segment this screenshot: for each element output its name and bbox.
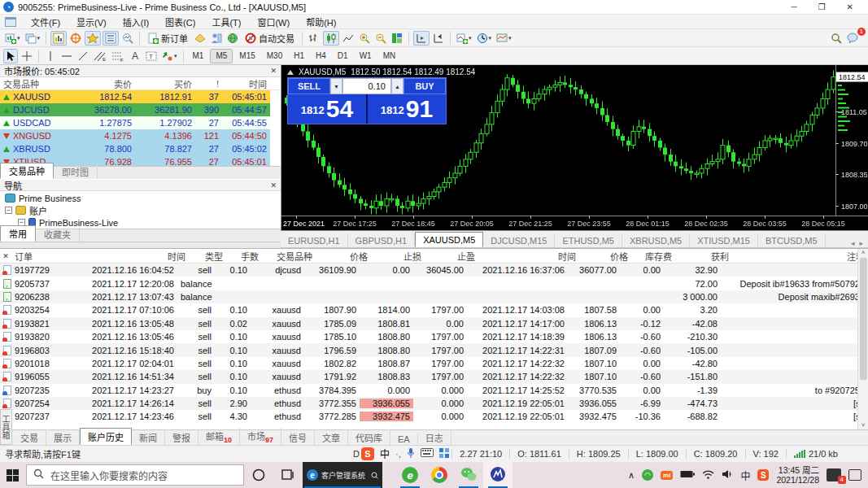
candlestick-mode-icon[interactable]: [323, 31, 339, 46]
menu-item[interactable]: 工具(T): [203, 16, 249, 29]
toolbox-toggle[interactable]: [103, 31, 119, 46]
battery-icon[interactable]: [680, 470, 695, 480]
history-column-header[interactable]: 获利: [675, 250, 732, 263]
history-column-header[interactable]: 库存费: [631, 250, 675, 263]
toolbox-tab-警报[interactable]: 警报: [165, 429, 198, 445]
market-watch-toggle[interactable]: [50, 31, 67, 46]
timeframe-button-d1[interactable]: D1: [333, 49, 353, 63]
history-row[interactable]: 91938212021.12.16 13:05:48sell0.02xauusd…: [0, 317, 868, 330]
ime-lang-icon[interactable]: 中: [380, 447, 390, 460]
toolbox-tab-日志[interactable]: 日志: [418, 429, 451, 445]
history-scrollbar[interactable]: ˄˅: [857, 249, 868, 430]
taskbar-clock[interactable]: 13:45 周二 2021/12/28: [776, 465, 819, 485]
menu-item[interactable]: 窗口(W): [249, 16, 298, 29]
collapse-triangle-icon[interactable]: [287, 70, 294, 75]
chart-tabs-right-icon[interactable]: ▸: [859, 239, 863, 247]
buy-price[interactable]: 181291: [368, 94, 446, 124]
chart-tab-btcusdm5[interactable]: BTCUSD,M5: [758, 233, 826, 247]
add-indicator-button[interactable]: ▾: [455, 31, 473, 46]
history-close-icon[interactable]: ✕: [0, 252, 11, 260]
community-chat-icon[interactable]: 1: [845, 31, 861, 46]
line-chart-mode-icon[interactable]: [341, 31, 355, 46]
timeframe-button-h1[interactable]: H1: [289, 49, 309, 63]
strategy-tester-toggle[interactable]: [120, 31, 135, 46]
toolbox-tab-信号[interactable]: 信号: [281, 429, 315, 445]
market-watch-row[interactable]: XBRUSD78.80078.8272705:45:02: [0, 142, 270, 155]
profiles-button[interactable]: ▾: [24, 31, 42, 46]
sell-button[interactable]: SELL: [288, 78, 330, 94]
history-column-header[interactable]: 价格: [316, 250, 371, 263]
auto-scroll-icon[interactable]: [431, 31, 446, 46]
market-watch-close-icon[interactable]: ✕: [270, 67, 277, 75]
navigator-tab-收藏夹[interactable]: 收藏夹: [36, 227, 80, 242]
arrow-objects-tool-icon[interactable]: ▾: [160, 49, 179, 63]
menu-item[interactable]: 图表(C): [157, 16, 203, 29]
history-row[interactable]: 91968032021.12.16 15:18:40sell0.10xauusd…: [0, 343, 868, 356]
menu-item[interactable]: 插入(I): [115, 16, 157, 29]
bar-chart-mode-icon[interactable]: [307, 31, 321, 46]
ime-punct-icon[interactable]: ·,: [395, 449, 401, 459]
close-button[interactable]: ✕: [847, 2, 853, 11]
history-row[interactable]: 92032542021.12.17 07:10:06sell0.10xauusd…: [0, 303, 868, 316]
sell-price[interactable]: 181254: [288, 94, 366, 124]
taskbar-wechat[interactable]: [454, 462, 483, 488]
fibonacci-tool-icon[interactable]: F: [110, 49, 126, 63]
toolbox-vertical-tab[interactable]: 工具箱: [0, 409, 12, 445]
history-row[interactable]: 92072352021.12.17 14:23:27buy0.10ethusd3…: [0, 384, 868, 397]
action-center-icon[interactable]: [848, 469, 861, 481]
chart-tabs-left-icon[interactable]: ◂: [851, 239, 855, 247]
volume-input[interactable]: 0.10: [342, 78, 391, 94]
cursor-tool-icon[interactable]: [3, 49, 18, 63]
notification-icon[interactable]: 4: [827, 468, 841, 481]
history-column-header[interactable]: 止损: [371, 250, 425, 263]
history-column-header[interactable]: 止盈: [425, 250, 478, 263]
navigator-item-accounts[interactable]: − 账户: [0, 204, 270, 216]
history-column-header[interactable]: 注释: [732, 250, 868, 263]
navigator-tab-常用[interactable]: 常用: [0, 225, 36, 242]
community-button[interactable]: [225, 31, 240, 46]
taskbar-mt5[interactable]: [483, 462, 513, 488]
history-column-header[interactable]: 手数: [226, 250, 262, 263]
toolbox-tab-账户历史[interactable]: 账户历史: [80, 428, 132, 445]
new-chart-button[interactable]: ▾: [3, 31, 22, 46]
chart-tab-eurusdh1[interactable]: EURUSD,H1: [281, 233, 348, 247]
history-row[interactable]: 92062382021.12.17 13:07:43balance3 000.0…: [0, 290, 868, 303]
taskbar-chrome[interactable]: [425, 462, 454, 488]
keyboard-icon[interactable]: [421, 448, 434, 459]
taskbar-360browser[interactable]: e: [395, 462, 425, 488]
toolbox-tab-新闻[interactable]: 新闻: [132, 429, 165, 445]
navigator-item-broker[interactable]: Prime Business: [0, 192, 270, 204]
chart-tab-xtiusdm15[interactable]: XTIUSD,M15: [690, 233, 758, 247]
chart-tab-djcusdm15[interactable]: DJCUSD,M15: [483, 233, 555, 247]
sogou-logo-icon[interactable]: S: [361, 447, 374, 460]
market-watch-tab-即时图[interactable]: 即时图: [54, 164, 98, 179]
timeframe-button-m5[interactable]: M5: [210, 49, 233, 63]
tray-sogou-icon[interactable]: S: [757, 469, 769, 481]
tray-mi-icon[interactable]: mi: [661, 471, 673, 480]
menu-item[interactable]: 显示(V): [68, 16, 115, 29]
search-icon[interactable]: [829, 31, 844, 46]
history-column-header[interactable]: 时间: [478, 250, 579, 263]
timeframe-clock-button[interactable]: ▾: [475, 31, 494, 46]
collapse-box-icon[interactable]: −: [5, 207, 12, 214]
panel-splitter[interactable]: [0, 242, 281, 248]
zoom-out-icon[interactable]: [373, 31, 388, 46]
timeframe-button-w1[interactable]: W1: [355, 49, 377, 63]
start-button[interactable]: [0, 462, 24, 488]
market-watch-row[interactable]: USDCAD1.278751.279022705:44:55: [0, 116, 270, 129]
taskbar-edge-window[interactable]: e 客户管理系统: [303, 462, 382, 488]
history-row[interactable]: 92072542021.12.17 14:26:14sell2.90ethusd…: [0, 397, 868, 410]
buy-button[interactable]: BUY: [403, 78, 446, 94]
market-watch-tab-交易品种[interactable]: 交易品种: [0, 163, 54, 179]
ime-tools-grid-icon[interactable]: [439, 448, 449, 460]
objects-button[interactable]: [193, 31, 207, 46]
history-row[interactable]: 92057372021.12.17 12:20:08balance72.00De…: [0, 277, 868, 290]
maximize-button[interactable]: ❐: [818, 2, 826, 11]
text-label-tool-icon[interactable]: T: [144, 49, 159, 63]
toolbox-tab-文章[interactable]: 文章: [315, 429, 348, 445]
timeframe-button-m15[interactable]: M15: [234, 49, 260, 63]
market-watch-row[interactable]: XNGUSD4.12754.139612105:44:50: [0, 129, 270, 142]
toolbox-tab-EA[interactable]: EA: [390, 433, 418, 445]
volume-icon[interactable]: [722, 469, 733, 481]
timeframe-button-h4[interactable]: H4: [311, 49, 331, 63]
